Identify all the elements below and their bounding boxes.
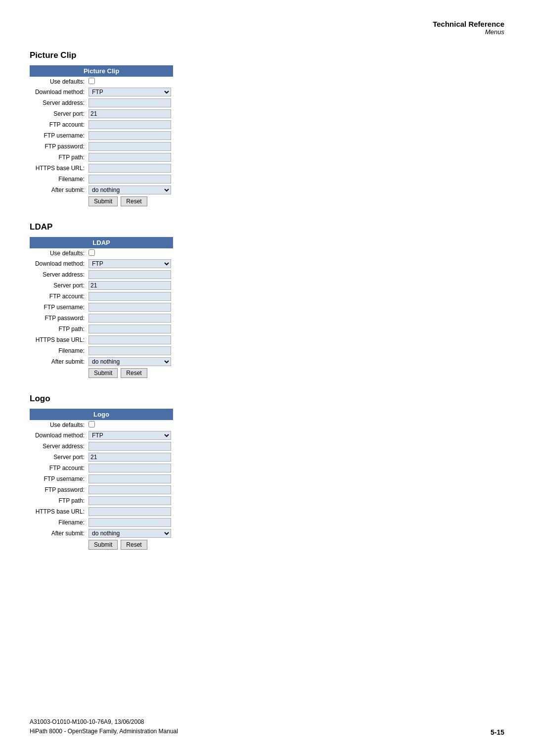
field-label-logo-9: Filename: <box>30 517 87 528</box>
button-row: SubmitReset <box>30 539 173 551</box>
checkbox-use-defaults-logo[interactable] <box>89 421 95 427</box>
field-label-picture-clip-10: After submit: <box>30 185 87 195</box>
field-label-ldap-7: FTP path: <box>30 324 87 334</box>
section-heading-picture-clip: Picture Clip <box>30 50 504 60</box>
input-logo-9[interactable] <box>89 518 171 527</box>
field-cell-picture-clip-1: FTPHTTPHTTPS <box>87 87 173 97</box>
input-picture-clip-3[interactable] <box>89 109 171 118</box>
input-ldap-8[interactable] <box>89 335 171 344</box>
btn-cell: SubmitReset <box>87 195 173 207</box>
footer-left: A31003-O1010-M100-10-76A9, 13/06/2008 Hi… <box>30 717 178 736</box>
page-subtitle: Menus <box>30 28 504 36</box>
page-title: Technical Reference <box>30 20 504 28</box>
input-ldap-7[interactable] <box>89 325 171 333</box>
field-label-picture-clip-2: Server address: <box>30 97 87 108</box>
field-label-picture-clip-1: Download method: <box>30 87 87 97</box>
field-cell-ldap-8 <box>87 334 173 345</box>
table-row: FTP account: <box>30 463 173 473</box>
field-cell-ldap-3 <box>87 280 173 291</box>
field-label-picture-clip-3: Server port: <box>30 108 87 119</box>
field-label-logo-0: Use defaults: <box>30 420 87 430</box>
table-row: FTP password: <box>30 141 173 152</box>
field-cell-picture-clip-8 <box>87 163 173 174</box>
field-cell-picture-clip-10: do nothingreload pagego to home <box>87 185 173 195</box>
submit-button-logo[interactable]: Submit <box>89 540 118 550</box>
input-logo-6[interactable] <box>89 485 171 494</box>
input-picture-clip-6[interactable] <box>89 142 171 151</box>
btn-spacer <box>30 367 87 379</box>
field-label-logo-10: After submit: <box>30 528 87 539</box>
input-logo-3[interactable] <box>89 453 171 462</box>
input-ldap-4[interactable] <box>89 292 171 301</box>
input-picture-clip-9[interactable] <box>89 175 171 184</box>
field-label-ldap-1: Download method: <box>30 258 87 269</box>
select-logo-10[interactable]: do nothingreload pagego to home <box>89 529 171 538</box>
input-logo-2[interactable] <box>89 442 171 451</box>
field-label-ldap-4: FTP account: <box>30 291 87 302</box>
table-row: FTP password: <box>30 484 173 495</box>
table-row: Use defaults: <box>30 420 173 430</box>
field-label-logo-5: FTP username: <box>30 473 87 484</box>
table-row: FTP username: <box>30 130 173 141</box>
input-ldap-2[interactable] <box>89 270 171 279</box>
select-logo-1[interactable]: FTPHTTPHTTPS <box>89 431 171 440</box>
table-row: Server port: <box>30 280 173 291</box>
input-picture-clip-8[interactable] <box>89 164 171 173</box>
field-cell-logo-3 <box>87 452 173 463</box>
table-row: FTP path: <box>30 152 173 163</box>
table-row: Filename: <box>30 345 173 356</box>
field-label-picture-clip-7: FTP path: <box>30 152 87 163</box>
button-row: SubmitReset <box>30 367 173 379</box>
field-label-ldap-2: Server address: <box>30 269 87 280</box>
input-picture-clip-2[interactable] <box>89 98 171 107</box>
input-logo-5[interactable] <box>89 474 171 483</box>
table-row: Server port: <box>30 452 173 463</box>
table-row: Filename: <box>30 174 173 185</box>
table-row: HTTPS base URL: <box>30 506 173 517</box>
input-logo-7[interactable] <box>89 496 171 505</box>
field-cell-ldap-6 <box>87 313 173 324</box>
input-ldap-9[interactable] <box>89 346 171 355</box>
table-row: After submit:do nothingreload pagego to … <box>30 528 173 539</box>
input-ldap-3[interactable] <box>89 281 171 290</box>
field-cell-logo-1: FTPHTTPHTTPS <box>87 430 173 441</box>
field-cell-logo-9 <box>87 517 173 528</box>
input-logo-4[interactable] <box>89 464 171 472</box>
field-label-logo-8: HTTPS base URL: <box>30 506 87 517</box>
reset-button-picture-clip[interactable]: Reset <box>121 196 147 206</box>
select-picture-clip-10[interactable]: do nothingreload pagego to home <box>89 186 171 194</box>
field-cell-picture-clip-4 <box>87 119 173 130</box>
table-row: Download method:FTPHTTPHTTPS <box>30 258 173 269</box>
submit-button-ldap[interactable]: Submit <box>89 368 118 378</box>
table-row: Server address: <box>30 269 173 280</box>
footer-line1: A31003-O1010-M100-10-76A9, 13/06/2008 <box>30 717 178 727</box>
input-picture-clip-4[interactable] <box>89 120 171 129</box>
field-cell-logo-0 <box>87 420 173 430</box>
input-picture-clip-5[interactable] <box>89 131 171 140</box>
field-cell-ldap-4 <box>87 291 173 302</box>
field-cell-ldap-5 <box>87 302 173 313</box>
submit-button-picture-clip[interactable]: Submit <box>89 196 118 206</box>
input-ldap-5[interactable] <box>89 303 171 312</box>
checkbox-use-defaults-picture-clip[interactable] <box>89 78 95 84</box>
table-row: Download method:FTPHTTPHTTPS <box>30 430 173 441</box>
page-footer: A31003-O1010-M100-10-76A9, 13/06/2008 Hi… <box>30 717 504 736</box>
field-label-picture-clip-6: FTP password: <box>30 141 87 152</box>
table-row: FTP account: <box>30 291 173 302</box>
table-row: Use defaults: <box>30 77 173 87</box>
field-label-ldap-10: After submit: <box>30 356 87 367</box>
field-cell-picture-clip-6 <box>87 141 173 152</box>
input-ldap-6[interactable] <box>89 314 171 323</box>
field-cell-picture-clip-7 <box>87 152 173 163</box>
input-picture-clip-7[interactable] <box>89 153 171 162</box>
reset-button-logo[interactable]: Reset <box>121 540 147 550</box>
select-ldap-1[interactable]: FTPHTTPHTTPS <box>89 259 171 268</box>
table-row: After submit:do nothingreload pagego to … <box>30 185 173 195</box>
select-ldap-10[interactable]: do nothingreload pagego to home <box>89 357 171 366</box>
select-picture-clip-1[interactable]: FTPHTTPHTTPS <box>89 88 171 96</box>
input-logo-8[interactable] <box>89 507 171 516</box>
btn-spacer <box>30 195 87 207</box>
field-cell-ldap-1: FTPHTTPHTTPS <box>87 258 173 269</box>
checkbox-use-defaults-ldap[interactable] <box>89 249 95 256</box>
reset-button-ldap[interactable]: Reset <box>121 368 147 378</box>
